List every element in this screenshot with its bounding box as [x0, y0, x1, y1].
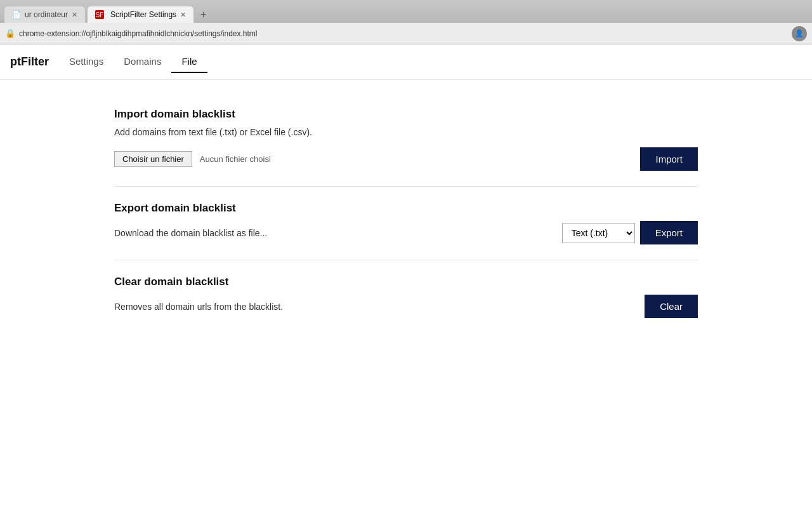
clear-description: Removes all domain urls from the blackli… [114, 302, 283, 312]
tab-1[interactable]: 📄 ur ordinateur ✕ [4, 6, 86, 23]
export-section: Export domain blacklist Download the dom… [114, 187, 698, 260]
export-button[interactable]: Export [640, 221, 698, 244]
extension-nav: Settings Domains File [59, 51, 207, 73]
new-tab-button[interactable]: + [195, 6, 211, 23]
clear-section: Clear domain blacklist Removes all domai… [114, 260, 698, 333]
extension-content: Import domain blacklist Add domains from… [0, 80, 812, 346]
import-section: Import domain blacklist Add domains from… [114, 93, 698, 187]
extension-logo: ptFilter [10, 55, 49, 69]
export-row: Download the domain blacklist as file...… [114, 221, 698, 244]
address-bar: 🔒 chrome-extension://ojfljnblkaigdihpmaf… [0, 23, 812, 44]
no-file-label: Aucun fichier choisi [200, 154, 633, 164]
clear-row: Removes all domain urls from the blackli… [114, 295, 698, 318]
tab-1-favicon: 📄 [12, 10, 21, 19]
nav-domains[interactable]: Domains [114, 51, 171, 73]
import-button[interactable]: Import [640, 147, 698, 171]
tab-1-label: ur ordinateur [25, 10, 68, 19]
address-url: chrome-extension://ojfljnblkaigdihpmafih… [19, 29, 258, 38]
user-avatar: 👤 [792, 26, 807, 41]
extension-header: ptFilter Settings Domains File [0, 44, 812, 80]
tab-2-close-icon[interactable]: ✕ [180, 11, 186, 19]
tab-2-label: ScriptFilter Settings [110, 10, 176, 19]
export-format-select[interactable]: Text (.txt) Excel (.csv) [562, 223, 635, 243]
tab-1-close-icon[interactable]: ✕ [72, 11, 77, 19]
import-row: Choisir un fichier Aucun fichier choisi … [114, 147, 698, 171]
lock-icon: 🔒 [5, 29, 15, 38]
export-description: Download the domain blacklist as file... [114, 228, 557, 238]
nav-settings[interactable]: Settings [59, 51, 114, 73]
import-description: Add domains from text file (.txt) or Exc… [114, 127, 698, 137]
tab-2[interactable]: SF ScriptFilter Settings ✕ [87, 6, 194, 23]
browser-window: 📄 ur ordinateur ✕ SF ScriptFilter Settin… [0, 0, 812, 508]
extension-container: ptFilter Settings Domains File Import do… [0, 44, 812, 508]
clear-title: Clear domain blacklist [114, 276, 698, 288]
clear-button[interactable]: Clear [645, 295, 698, 318]
export-title: Export domain blacklist [114, 202, 698, 215]
tab-2-favicon: SF [95, 10, 104, 19]
tab-bar: 📄 ur ordinateur ✕ SF ScriptFilter Settin… [0, 0, 812, 23]
choose-file-button[interactable]: Choisir un fichier [114, 151, 192, 167]
import-title: Import domain blacklist [114, 108, 698, 121]
nav-file[interactable]: File [171, 51, 207, 73]
